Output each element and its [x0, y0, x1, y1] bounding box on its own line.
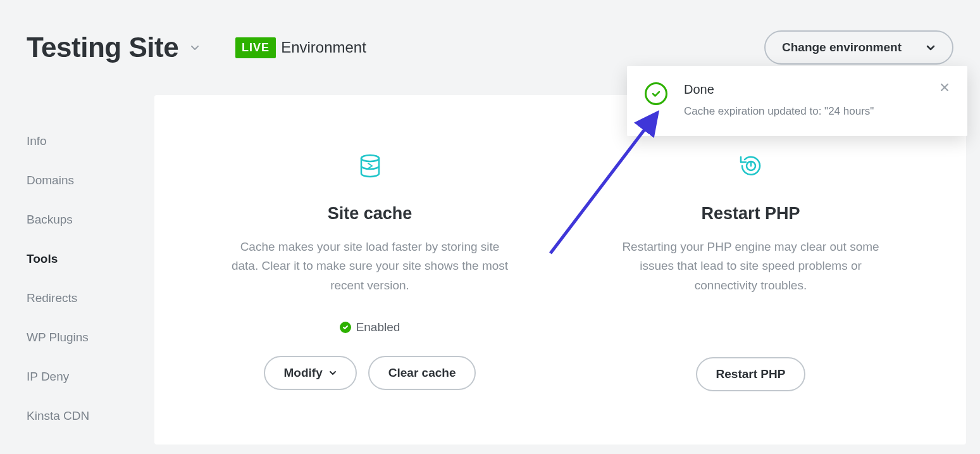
- restart-php-label: Restart PHP: [716, 367, 786, 381]
- page-header: Testing Site LIVE Environment Change env…: [27, 30, 966, 65]
- sidebar-item-redirects[interactable]: Redirects: [27, 279, 121, 318]
- card-site-cache: Site cache Cache makes your site load fa…: [180, 151, 560, 407]
- status-label: Enabled: [356, 320, 400, 334]
- change-environment-label: Change environment: [782, 41, 902, 54]
- toast-message: Cache expiration updated to: "24 hours": [684, 103, 923, 120]
- environment-label: Environment: [281, 39, 366, 56]
- chevron-down-icon: [926, 42, 936, 53]
- site-title: Testing Site: [27, 32, 178, 63]
- cache-icon: [356, 151, 384, 181]
- status-row: Enabled: [340, 320, 400, 334]
- svg-point-0: [361, 155, 379, 161]
- toast-title: Done: [684, 82, 923, 97]
- card-description: Restarting your PHP engine may clear out…: [612, 237, 890, 295]
- restart-icon: [737, 151, 765, 181]
- change-environment-button[interactable]: Change environment: [764, 30, 953, 65]
- close-icon[interactable]: [940, 82, 950, 95]
- restart-php-button[interactable]: Restart PHP: [696, 357, 806, 391]
- live-badge: LIVE: [235, 37, 276, 58]
- chevron-down-icon[interactable]: [190, 42, 200, 53]
- card-title: Site cache: [328, 204, 412, 224]
- chevron-down-icon: [329, 369, 337, 377]
- clear-cache-button[interactable]: Clear cache: [368, 356, 476, 390]
- sidebar-item-tools[interactable]: Tools: [27, 239, 121, 279]
- card-description: Cache makes your site load faster by sto…: [231, 237, 509, 295]
- sidebar: Info Domains Backups Tools Redirects WP …: [27, 95, 121, 445]
- sidebar-item-domains[interactable]: Domains: [27, 161, 121, 200]
- toast-notification: Done Cache expiration updated to: "24 ho…: [627, 66, 967, 136]
- sidebar-item-wp-plugins[interactable]: WP Plugins: [27, 318, 121, 357]
- modify-button[interactable]: Modify: [264, 356, 357, 390]
- sidebar-item-backups[interactable]: Backups: [27, 200, 121, 239]
- check-circle-icon: [340, 322, 351, 333]
- sidebar-item-info[interactable]: Info: [27, 122, 121, 161]
- sidebar-item-ip-deny[interactable]: IP Deny: [27, 357, 121, 396]
- check-circle-icon: [645, 82, 667, 105]
- modify-label: Modify: [284, 366, 323, 380]
- card-title: Restart PHP: [701, 204, 800, 224]
- clear-cache-label: Clear cache: [388, 366, 456, 380]
- main-panel: Site cache Cache makes your site load fa…: [154, 95, 966, 445]
- sidebar-item-kinsta-cdn[interactable]: Kinsta CDN: [27, 396, 121, 436]
- card-restart-php: Restart PHP Restarting your PHP engine m…: [561, 151, 941, 407]
